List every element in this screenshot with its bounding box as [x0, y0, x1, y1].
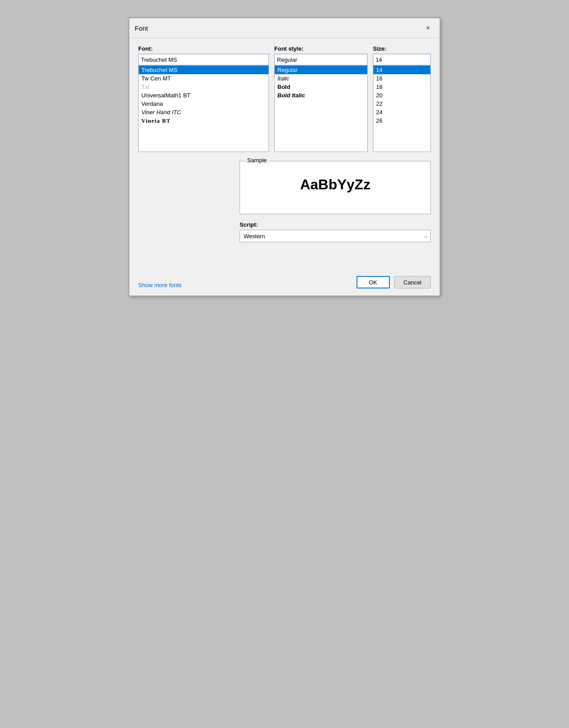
sample-script-col: Sample AaBbYyZz Script: WesternEastern E…	[240, 161, 431, 242]
font-dialog: Font × Font: Trebuchet MSTw Cen MTTxtUni…	[129, 18, 440, 296]
style-column: Font style: RegularItalicBoldBold Italic	[274, 45, 368, 152]
list-item[interactable]: Viner Hand ITC	[139, 108, 268, 116]
size-label: Size:	[373, 45, 431, 52]
list-item[interactable]: Bold	[275, 83, 367, 91]
list-item[interactable]: Tw Cen MT	[139, 74, 268, 83]
script-label: Script:	[240, 221, 431, 228]
list-item[interactable]: 20	[373, 91, 430, 100]
dialog-title: Font	[135, 24, 148, 32]
ok-button[interactable]: OK	[357, 276, 390, 288]
list-item[interactable]: 26	[373, 116, 430, 125]
size-list-inner: 14161820222426	[373, 66, 430, 125]
cancel-button[interactable]: Cancel	[394, 276, 431, 288]
script-section: Script: WesternEastern EuropeanCyrillicG…	[240, 221, 431, 242]
list-item[interactable]: 16	[373, 74, 430, 83]
sample-text: AaBbYyZz	[247, 166, 423, 193]
list-item[interactable]: Txt	[139, 83, 268, 91]
sample-box: Sample AaBbYyZz	[240, 161, 431, 214]
size-list[interactable]: 14161820222426	[373, 65, 431, 152]
script-select-wrapper: WesternEastern EuropeanCyrillicGreekTurk…	[240, 230, 431, 242]
list-item[interactable]: 18	[373, 83, 430, 91]
size-column: Size: 14161820222426	[373, 45, 431, 152]
list-item[interactable]: Verdana	[139, 100, 268, 108]
style-list-inner: RegularItalicBoldBold Italic	[275, 66, 367, 100]
script-select[interactable]: WesternEastern EuropeanCyrillicGreekTurk…	[240, 230, 431, 242]
sample-label: Sample	[245, 157, 268, 164]
font-input[interactable]	[138, 54, 269, 65]
font-column: Font: Trebuchet MSTw Cen MTTxtUniversalM…	[138, 45, 269, 152]
footer-row: Show more fonts OK Cancel	[129, 267, 440, 296]
close-button[interactable]: ×	[422, 22, 434, 34]
list-item[interactable]: Italic	[275, 74, 367, 83]
list-item[interactable]: Bold Italic	[275, 91, 367, 100]
columns-row: Font: Trebuchet MSTw Cen MTTxtUniversalM…	[138, 45, 431, 152]
list-item[interactable]: 14	[373, 66, 430, 74]
sample-script-row: Sample AaBbYyZz Script: WesternEastern E…	[138, 161, 431, 242]
list-item[interactable]: Trebuchet MS	[139, 66, 268, 74]
style-list[interactable]: RegularItalicBoldBold Italic	[274, 65, 368, 152]
font-list-inner: Trebuchet MSTw Cen MTTxtUniversalMath1 B…	[139, 66, 268, 125]
list-item[interactable]: UniversalMath1 BT	[139, 91, 268, 100]
show-more-fonts-link[interactable]: Show more fonts	[138, 282, 182, 288]
buttons-row: OK Cancel	[357, 276, 431, 288]
list-item[interactable]: 22	[373, 100, 430, 108]
font-label: Font:	[138, 45, 269, 52]
font-list[interactable]: Trebuchet MSTw Cen MTTxtUniversalMath1 B…	[138, 65, 269, 152]
list-item[interactable]: 24	[373, 108, 430, 116]
style-label: Font style:	[274, 45, 368, 52]
list-item[interactable]: Vineta BT	[139, 116, 268, 125]
dialog-body: Font: Trebuchet MSTw Cen MTTxtUniversalM…	[129, 38, 440, 249]
size-input[interactable]	[373, 54, 431, 65]
list-item[interactable]: Regular	[275, 66, 367, 74]
style-input[interactable]	[274, 54, 368, 65]
title-bar: Font ×	[129, 18, 440, 38]
